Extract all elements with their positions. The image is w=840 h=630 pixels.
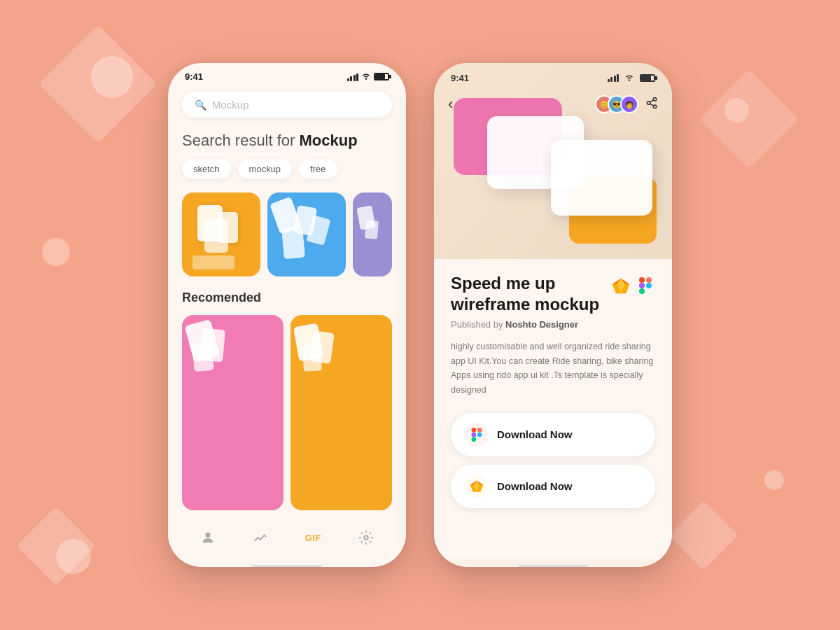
phone-1-search-screen: 9:41 🔍 Mockup (168, 63, 406, 567)
svg-rect-14 (646, 277, 652, 283)
download-sketch-button[interactable]: Download Now (451, 465, 655, 508)
svg-point-17 (646, 283, 652, 288)
figma-btn-icon (465, 423, 489, 447)
tag-mockup[interactable]: mockup (238, 160, 293, 178)
sketch-btn-icon (465, 475, 489, 498)
bottom-nav: GIF (168, 522, 406, 559)
battery-icon (374, 73, 389, 80)
home-indicator-2 (518, 565, 588, 567)
bg-diamond-2 (16, 506, 95, 585)
signal-icon-2 (608, 74, 620, 82)
svg-rect-20 (472, 432, 477, 437)
download-figma-label: Download Now (497, 428, 573, 440)
wifi-icon (361, 72, 371, 81)
product-title: Speed me upwireframe mockup (451, 273, 605, 315)
bg-diamond-4 (669, 501, 738, 570)
title-row: Speed me upwireframe mockup (451, 273, 655, 315)
bg-circle-4 (724, 98, 749, 122)
avatars-group: 😊 😎 🧑 (595, 95, 638, 113)
search-bar[interactable]: 🔍 Mockup (182, 92, 392, 118)
nav-gif[interactable]: GIF (305, 533, 321, 543)
bg-circle-2 (42, 238, 70, 266)
status-bar-1: 9:41 (168, 63, 406, 86)
download-figma-button[interactable]: Download Now (451, 413, 655, 456)
result-card-2[interactable] (267, 192, 346, 276)
svg-point-4 (653, 105, 657, 108)
bg-diamond-3 (699, 69, 798, 168)
signal-icon (347, 73, 359, 81)
nav-person[interactable] (200, 530, 216, 545)
bg-circle-5 (764, 470, 784, 490)
phone-2-detail-screen: 9:41 ‹ (434, 63, 672, 567)
battery-icon-2 (640, 74, 655, 82)
result-card-3[interactable] (353, 192, 392, 276)
svg-point-0 (206, 533, 211, 538)
bg-diamond-1 (38, 24, 158, 144)
figma-icon (636, 276, 655, 295)
bg-circle-3 (56, 539, 91, 574)
status-icons-1 (347, 72, 390, 81)
search-input-value: Mockup (212, 99, 249, 111)
publisher-line: Published by Noshto Designer (451, 319, 655, 330)
bg-circle-1 (91, 56, 133, 98)
result-card-1[interactable] (182, 192, 260, 276)
svg-point-3 (647, 101, 650, 104)
tag-free[interactable]: free (299, 160, 337, 178)
avatar-3: 🧑 (620, 95, 638, 113)
svg-point-2 (653, 97, 657, 101)
svg-marker-12 (625, 284, 629, 293)
phone-2-body: Speed me upwireframe mockup (434, 259, 672, 559)
svg-rect-21 (472, 437, 477, 442)
svg-rect-15 (639, 283, 645, 288)
home-indicator-1 (252, 565, 322, 567)
rec-card-2[interactable] (290, 315, 392, 510)
svg-rect-16 (639, 288, 645, 294)
svg-line-6 (650, 99, 653, 102)
wifi-icon-2 (624, 71, 634, 84)
svg-point-22 (477, 432, 482, 437)
header-right: 😊 😎 🧑 (595, 95, 658, 113)
download-sketch-label: Download Now (497, 480, 573, 492)
tag-sketch[interactable]: sketch (182, 160, 231, 178)
nav-settings[interactable] (358, 530, 374, 545)
svg-rect-13 (639, 277, 645, 283)
svg-marker-11 (612, 284, 617, 293)
time-2: 9:41 (451, 73, 469, 83)
share-button[interactable] (645, 97, 658, 113)
tags-row: sketch mockup free (182, 160, 392, 178)
description: highly customisable and well organized r… (451, 340, 655, 398)
svg-line-5 (650, 104, 653, 106)
rec-card-1[interactable] (182, 315, 284, 510)
recommended-title: Recomended (182, 290, 392, 305)
status-bar-2: 9:41 (434, 63, 672, 88)
search-result-title: Search result for Mockup (182, 132, 392, 150)
sketch-icon (610, 276, 631, 297)
svg-rect-18 (472, 428, 477, 433)
publisher-name: Noshto Designer (505, 319, 578, 330)
detail-nav: ‹ 😊 😎 🧑 (434, 90, 672, 119)
hero-white-card-2 (551, 140, 652, 216)
svg-rect-19 (477, 428, 482, 433)
recommended-grid (182, 315, 392, 510)
svg-point-1 (364, 536, 368, 540)
time-1: 9:41 (185, 71, 203, 82)
back-button[interactable]: ‹ (448, 97, 453, 112)
nav-trending[interactable] (253, 530, 268, 545)
tool-icons-row (610, 273, 655, 297)
phone-1-content: 🔍 Mockup Search result for Mockup sketch… (168, 86, 406, 522)
hero-image: 9:41 ‹ (434, 63, 672, 259)
phones-container: 9:41 🔍 Mockup (168, 63, 672, 567)
gif-label: GIF (305, 533, 321, 543)
results-grid (182, 192, 392, 276)
search-icon: 🔍 (195, 99, 206, 111)
